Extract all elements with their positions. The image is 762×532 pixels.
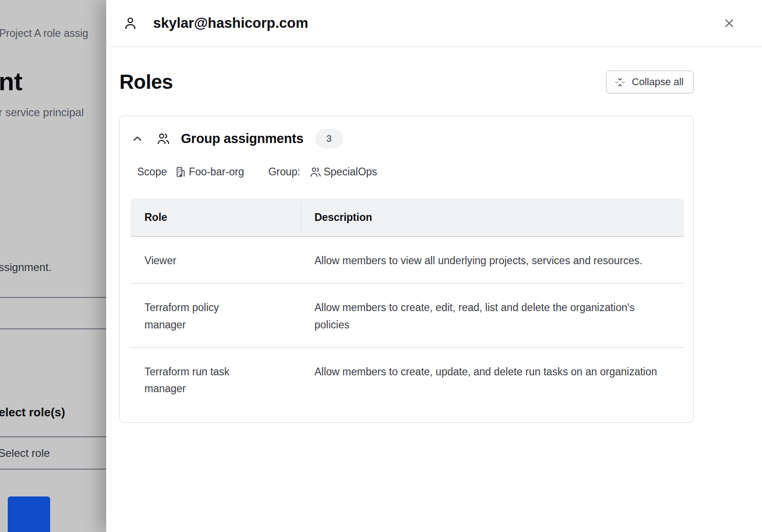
collapse-all-icon <box>614 77 626 88</box>
description-cell: Allow members to view all underlying pro… <box>314 252 662 269</box>
role-cell: Viewer <box>144 252 242 269</box>
role-cell: Terraform policy manager <box>144 299 242 333</box>
roles-heading: Roles <box>119 71 173 93</box>
count-badge: 3 <box>315 129 343 148</box>
collapse-all-label: Collapse all <box>632 76 684 88</box>
chevron-up-icon <box>131 133 144 145</box>
collapse-all-button[interactable]: Collapse all <box>606 71 694 93</box>
person-icon <box>123 16 138 31</box>
scope-row: Scope Foo-bar-org Gro <box>137 166 683 178</box>
organization-icon <box>175 166 187 178</box>
screen: Project A role assig nt r service princi… <box>0 0 762 532</box>
roles-title-row: Roles Collapse all <box>119 71 694 93</box>
scope-value: Foo-bar-org <box>189 166 244 178</box>
users-icon <box>309 166 322 178</box>
group-assignments-card: Group assignments 3 Scope <box>119 116 694 423</box>
collapse-section-button[interactable] <box>130 132 144 145</box>
roles-table: Role Description Viewer Allow members to… <box>130 199 684 411</box>
group-value: SpecialOps <box>324 166 377 178</box>
role-cell: Terraform run task manager <box>144 363 242 398</box>
drawer-header: skylar@hashicorp.com <box>106 0 762 47</box>
table-row: Viewer Allow members to view all underly… <box>130 237 684 284</box>
roles-drawer: skylar@hashicorp.com Roles <box>106 0 762 532</box>
group-assignments-header: Group assignments 3 <box>130 125 683 152</box>
close-button[interactable] <box>720 14 738 32</box>
users-icon <box>156 132 170 146</box>
drawer-body: Roles Collapse all <box>106 47 762 423</box>
scope-label: Scope <box>137 166 167 178</box>
table-row: Terraform policy manager Allow members t… <box>130 284 684 348</box>
column-header-role: Role <box>130 199 301 236</box>
group-label: Group: <box>268 166 300 178</box>
close-icon <box>723 17 735 29</box>
table-row: Terraform run task manager Allow members… <box>130 348 684 411</box>
description-cell: Allow members to create, edit, read, lis… <box>314 299 662 333</box>
table-header: Role Description <box>130 199 684 237</box>
column-header-description: Description <box>301 199 684 236</box>
group-assignments-title: Group assignments <box>181 131 304 146</box>
drawer-title-email: skylar@hashicorp.com <box>153 15 308 31</box>
description-cell: Allow members to create, update, and del… <box>314 363 662 380</box>
